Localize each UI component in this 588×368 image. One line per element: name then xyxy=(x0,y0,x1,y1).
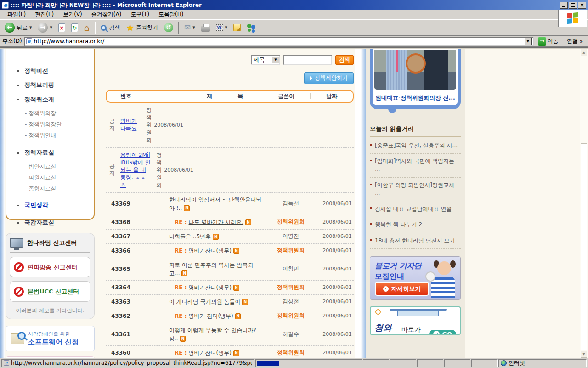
edit-button[interactable]: W ▼ xyxy=(214,21,230,34)
post-title-link[interactable]: 이 개나라당 국개의원 놈들아N xyxy=(169,298,264,306)
sidebar-item-policy-vision[interactable]: 정책비전 xyxy=(17,67,94,75)
news-item[interactable]: 행복한 책 나누기 2 xyxy=(370,217,461,233)
home-button[interactable]: ⌂ xyxy=(82,21,92,34)
bullet-icon xyxy=(17,70,19,72)
post-title-link[interactable]: 너희들은...5년후N xyxy=(169,232,264,241)
minimize-button[interactable] xyxy=(560,2,568,9)
bullet-icon xyxy=(370,184,372,185)
star-icon: ★ xyxy=(126,23,134,32)
post-title-link[interactable]: RE : 명바기잔다(냉무)N xyxy=(169,349,264,357)
details-button[interactable]: › 자세히보기 xyxy=(375,282,429,296)
board-search-button[interactable]: 검색 xyxy=(335,55,354,65)
history-button[interactable]: ↺ xyxy=(162,21,175,34)
photo-caption[interactable]: 원내대표·정책위원회의장 선... xyxy=(374,92,456,104)
sidebar-subitem-chairman[interactable]: - 정책위의장 xyxy=(25,109,94,117)
back-dropdown-icon[interactable]: ▼ xyxy=(29,26,32,29)
stop-button[interactable]: × xyxy=(56,21,68,34)
print-button[interactable] xyxy=(199,21,212,34)
menu-tools[interactable]: 도구(T) xyxy=(126,9,153,20)
illegal-ucc-report-button[interactable]: 불법UCC 신고센터 xyxy=(10,281,90,302)
post-title-link[interactable]: RE : 명바기잔다(냉무)N xyxy=(169,283,264,292)
sidebar-subitem-member-archive[interactable]: - 의원자료실 xyxy=(25,174,94,182)
right-sidebar: 원내대표·정책위원회의장 선... 오늘의 읽을거리 [홍준표]국익 우선, 실… xyxy=(366,49,465,358)
links-button[interactable]: 연결 » xyxy=(563,37,586,46)
go-arrow-icon: → xyxy=(538,37,546,46)
header-date: 날짜 xyxy=(311,92,353,100)
close-button[interactable]: × xyxy=(578,2,586,9)
blogger-recruit-banner[interactable]: 블로거 기자단 모집안내 › 자세히보기 xyxy=(370,256,461,300)
sidebar-item-public-opinion[interactable]: 국민생각 xyxy=(17,201,94,209)
edit-dropdown-icon[interactable]: ▼ xyxy=(225,26,227,29)
post-title-link[interactable]: 어떻게 이렇게 무능할 수 있습니까? 정..N xyxy=(169,326,264,343)
favorites-button[interactable]: ★ 즐겨찾기 xyxy=(124,21,160,34)
forward-dropdown-icon[interactable]: ▼ xyxy=(50,26,52,29)
megaphone-girl-photo xyxy=(429,259,458,298)
policy-nav-box: 정책비전 정책브리핑 정책위소개 - 정책위의장 - 정책위의장단 - 정책위안… xyxy=(6,49,95,220)
post-title-link[interactable]: RE : 명바기잔다(냉무)N xyxy=(169,247,264,255)
sidebar-item-policy-briefing[interactable]: 정책브리핑 xyxy=(17,81,94,89)
monitor-icon xyxy=(10,238,23,248)
sidebar-item-audit-archive[interactable]: 국감자료실 xyxy=(17,218,94,227)
news-item[interactable]: [홍준표]국익 우선, 실용주의 시... xyxy=(370,138,461,154)
news-item[interactable]: 강재섭 대표 교섭단체대표 연설 xyxy=(370,201,461,217)
post-number: 43365 xyxy=(106,266,143,272)
photo-news-widget[interactable]: 원내대표·정책위원회의장 선... xyxy=(370,49,461,109)
menu-file[interactable]: 파일(F) xyxy=(3,9,30,20)
mail-button[interactable]: ✉ ▼ xyxy=(182,21,198,34)
select-dropdown-icon[interactable]: ▼ xyxy=(272,57,279,63)
no-entry-icon xyxy=(14,262,24,272)
scroll-down-button[interactable]: ▼ xyxy=(581,351,587,358)
go-button[interactable]: → 이동 xyxy=(536,37,560,46)
post-title-link[interactable]: RE : 나도 명바기가 시러요.N xyxy=(169,218,264,226)
sun-icon xyxy=(375,309,381,315)
bluehouse-banner[interactable]: 청와대 바로가기 → GO xyxy=(370,306,461,335)
mail-dropdown-icon[interactable]: ▼ xyxy=(192,26,195,29)
forward-button[interactable]: → ▼ xyxy=(35,21,54,34)
sidebar-subitem-guide[interactable]: - 정책위안내 xyxy=(25,132,94,139)
policy-propose-button[interactable]: 정책제안하기 xyxy=(304,72,354,84)
search-category-select[interactable]: 제목 ▼ xyxy=(251,55,280,65)
refresh-button[interactable]: ↻ xyxy=(69,21,80,34)
messenger-button[interactable] xyxy=(244,21,259,34)
post-title-link[interactable]: 피로 이룬 민주주의 역사는 반복되고...N xyxy=(169,261,264,277)
restore-button[interactable] xyxy=(569,2,577,9)
news-item[interactable]: [이한구 의장 퇴임인사]정권교체 ... xyxy=(370,178,461,201)
menu-help[interactable]: 도움말(H) xyxy=(154,9,187,20)
menu-favorites[interactable]: 즐겨찾기(A) xyxy=(87,9,126,20)
back-button[interactable]: ← 뒤로 ▼ xyxy=(2,21,34,34)
post-number: 43364 xyxy=(106,284,143,291)
search-input[interactable] xyxy=(283,55,332,65)
sidebar-item-policy-archive[interactable]: 정책자료실 xyxy=(17,149,94,157)
history-icon: ↺ xyxy=(164,23,173,32)
post-title-link[interactable]: RE : 명바기 잔다(냉무)N xyxy=(169,312,264,320)
notice-title-link[interactable]: 명바기 나빠요 xyxy=(120,117,141,132)
notice-row: 공지 용량이 2MiliBits밖에 안되는 울 대통령. ㅎㅎㅎ - 정책위원… xyxy=(106,148,354,193)
news-item[interactable]: [임태희]역사와 국민에 책임지는 ... xyxy=(370,154,461,178)
back-icon: ← xyxy=(5,23,15,33)
go-button[interactable]: → GO xyxy=(429,330,456,335)
address-url[interactable]: http://www.hannara.or.kr/ xyxy=(34,38,522,45)
notice-title-link[interactable]: 용량이 2MiliBits밖에 안되는 울 대통령. ㅎㅎㅎ xyxy=(120,151,151,189)
post-number: 43362 xyxy=(106,313,143,319)
news-item[interactable]: 18대 총선 한나라당 당선자 보기 xyxy=(370,233,461,249)
vertical-scrollbar[interactable]: ▲ ▼ xyxy=(580,49,588,358)
ie-logo-icon: e xyxy=(2,2,9,9)
sidebar-subitem-general-archive[interactable]: - 종합자료실 xyxy=(25,185,94,193)
menu-view[interactable]: 보기(V) xyxy=(59,9,86,20)
content-gap xyxy=(355,49,366,358)
scrollbar-thumb[interactable] xyxy=(581,143,587,350)
sidebar-subitem-bill-archive[interactable]: - 법안자료실 xyxy=(25,163,94,171)
discuss-button[interactable] xyxy=(231,21,243,34)
biased-broadcast-report-button[interactable]: 편파방송 신고센터 xyxy=(10,257,90,277)
window-title: :::: 파란나라 희망나라 NEW한나라 :::: - Microsoft I… xyxy=(11,1,560,9)
scroll-up-button[interactable]: ▲ xyxy=(581,49,587,56)
sidebar-subitem-chairman-group[interactable]: - 정책위의장단 xyxy=(25,121,94,128)
address-input[interactable]: e http://www.hannara.or.kr/ ▼ xyxy=(24,37,534,46)
address-dropdown-icon[interactable]: ▼ xyxy=(524,38,532,45)
post-date: 2008/06/01 xyxy=(318,233,355,239)
menu-edit[interactable]: 편집(E) xyxy=(31,9,58,20)
search-button[interactable]: 검색 xyxy=(98,21,123,34)
post-title-link[interactable]: 한나라당이 앞장서서 ~ 탄핵안을내놔야 !..N xyxy=(169,196,264,212)
software-request-banner[interactable]: 시각장애인을 위한 소프트웨어 신청 xyxy=(6,326,95,351)
sidebar-item-policy-committee[interactable]: 정책위소개 xyxy=(17,95,94,104)
